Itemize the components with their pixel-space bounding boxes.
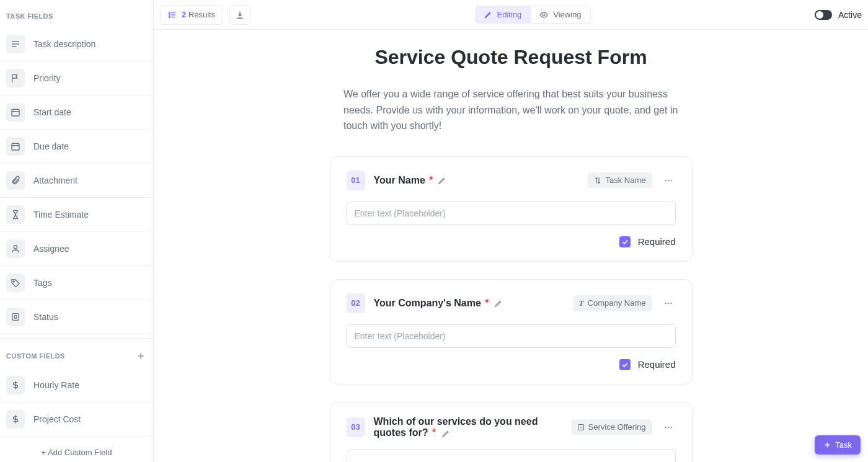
svg-rect-13 xyxy=(12,314,19,321)
sidebar-item-status[interactable]: Status xyxy=(0,300,153,334)
field-label: Tags xyxy=(33,278,52,288)
required-checkbox[interactable] xyxy=(619,359,631,370)
user-icon xyxy=(6,239,25,258)
question-card[interactable]: 03 Which of our services do you need quo… xyxy=(330,402,693,462)
custom-fields-list: Hourly Rate Project Cost xyxy=(0,368,153,437)
svg-point-25 xyxy=(543,14,546,16)
svg-point-33 xyxy=(665,427,666,428)
fab-label: Task xyxy=(835,440,852,450)
field-label: Project Cost xyxy=(33,414,81,424)
editing-label: Editing xyxy=(497,10,522,19)
pencil-icon xyxy=(484,11,492,19)
sidebar-item-task-description[interactable]: Task description xyxy=(0,27,153,61)
results-count: 2 xyxy=(182,10,186,19)
placeholder-input[interactable] xyxy=(347,324,676,348)
form-canvas: Service Quote Request Form We offer you … xyxy=(154,30,868,462)
new-task-fab[interactable]: Task xyxy=(815,435,861,455)
results-button[interactable]: 2 Results xyxy=(160,5,223,25)
tag-icon xyxy=(6,273,25,292)
field-label: Status xyxy=(33,312,58,322)
question-number-badge: 01 xyxy=(347,171,365,190)
more-icon[interactable] xyxy=(661,420,676,435)
pencil-icon[interactable] xyxy=(438,176,446,185)
question-number-badge: 02 xyxy=(347,293,365,313)
svg-point-12 xyxy=(13,281,14,282)
required-label: Required xyxy=(638,359,676,370)
eye-icon xyxy=(539,11,548,19)
field-mapping-pill[interactable]: Task Name xyxy=(588,172,652,188)
required-label: Required xyxy=(638,236,676,247)
sidebar-item-hourly-rate[interactable]: Hourly Rate xyxy=(0,368,153,402)
add-custom-field-icon[interactable] xyxy=(136,351,146,361)
flag-icon xyxy=(6,69,25,87)
question-number-badge: 03 xyxy=(347,417,365,437)
active-toggle[interactable] xyxy=(815,10,832,20)
svg-point-35 xyxy=(670,427,671,428)
svg-point-30 xyxy=(667,303,668,304)
sidebar: TASK FIELDS Task description Priority St… xyxy=(0,0,154,462)
download-button[interactable] xyxy=(229,5,250,25)
question-title[interactable]: Your Company's Name * xyxy=(374,298,489,309)
sidebar-item-start-date[interactable]: Start date xyxy=(0,96,153,130)
field-mapping-pill[interactable]: Service Offering xyxy=(571,419,652,435)
editing-mode-button[interactable]: Editing xyxy=(476,6,531,23)
form-title[interactable]: Service Quote Request Form xyxy=(154,46,868,69)
svg-rect-3 xyxy=(12,109,19,116)
question-card[interactable]: 01 Your Name * Task Name xyxy=(330,156,693,262)
pencil-icon[interactable] xyxy=(441,429,450,438)
mode-toggle: Editing Viewing xyxy=(475,6,591,24)
svg-point-23 xyxy=(169,14,170,16)
field-label: Start date xyxy=(33,107,71,117)
question-title[interactable]: Which of our services do you need quotes… xyxy=(374,416,538,438)
form-description[interactable]: We offer you a wide range of service off… xyxy=(343,86,678,134)
calendar-icon xyxy=(6,137,25,156)
task-fields-heading: TASK FIELDS xyxy=(6,12,53,20)
question-title[interactable]: Your Name * xyxy=(374,175,433,186)
field-label: Priority xyxy=(33,73,61,83)
svg-point-34 xyxy=(667,427,668,428)
field-mapping-pill[interactable]: T Company Name xyxy=(573,295,652,311)
more-icon[interactable] xyxy=(661,173,676,188)
field-label: Task description xyxy=(33,39,95,49)
sidebar-item-due-date[interactable]: Due date xyxy=(0,130,153,164)
svg-point-28 xyxy=(670,180,671,181)
svg-point-29 xyxy=(665,303,666,304)
mapping-label: Task Name xyxy=(605,175,645,185)
hourglass-icon xyxy=(6,205,25,224)
svg-point-26 xyxy=(665,180,666,181)
list-icon xyxy=(168,11,177,19)
dollar-icon xyxy=(6,410,25,429)
field-label: Attachment xyxy=(33,175,78,185)
results-label: Results xyxy=(188,10,215,19)
field-label: Due date xyxy=(33,141,69,151)
download-icon xyxy=(236,11,244,19)
sidebar-item-attachment[interactable]: Attachment xyxy=(0,164,153,198)
required-checkbox[interactable] xyxy=(619,236,631,247)
sidebar-item-priority[interactable]: Priority xyxy=(0,61,153,96)
svg-rect-7 xyxy=(12,143,19,150)
pencil-icon[interactable] xyxy=(494,299,503,308)
active-label: Active xyxy=(838,10,862,20)
question-card[interactable]: 02 Your Company's Name * T Company Name xyxy=(330,279,693,384)
placeholder-input[interactable] xyxy=(347,202,676,225)
arrows-vert-icon xyxy=(594,177,601,184)
placeholder-input[interactable] xyxy=(347,450,676,462)
svg-rect-32 xyxy=(578,424,583,430)
more-icon[interactable] xyxy=(661,296,676,311)
sidebar-item-time-estimate[interactable]: Time Estimate xyxy=(0,198,153,232)
svg-point-11 xyxy=(14,246,17,249)
sidebar-item-project-cost[interactable]: Project Cost xyxy=(0,402,153,437)
svg-rect-14 xyxy=(14,316,17,318)
field-label: Hourly Rate xyxy=(33,380,79,390)
task-fields-list: Task description Priority Start date Due… xyxy=(0,27,153,334)
viewing-mode-button[interactable]: Viewing xyxy=(530,6,590,23)
main: 2 Results Editing xyxy=(154,0,868,462)
text-t-icon: T xyxy=(579,298,584,308)
dollar-icon xyxy=(6,376,25,394)
sidebar-item-tags[interactable]: Tags xyxy=(0,266,153,300)
field-label: Time Estimate xyxy=(33,210,89,220)
sidebar-item-assignee[interactable]: Assignee xyxy=(0,232,153,266)
add-custom-field-button[interactable]: + Add Custom Field xyxy=(0,437,153,462)
svg-point-31 xyxy=(670,303,671,304)
mapping-label: Company Name xyxy=(588,298,646,308)
